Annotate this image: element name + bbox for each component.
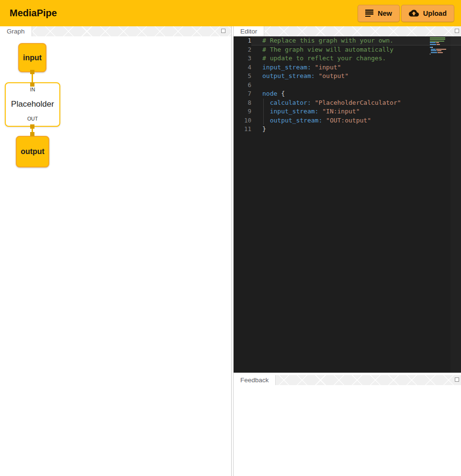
- upload-button-label: Upload: [423, 10, 447, 17]
- editor-tabstrip: Editor: [234, 26, 461, 36]
- popout-icon[interactable]: [455, 377, 459, 382]
- graph-node-placeholder[interactable]: IN Placeholder OUT: [5, 82, 60, 127]
- line-number: 5: [234, 72, 251, 81]
- code-line[interactable]: 1# Replace this graph with your own.: [234, 36, 461, 45]
- in-port-label: IN: [6, 87, 59, 92]
- code-lines[interactable]: 1# Replace this graph with your own.2# T…: [234, 36, 461, 134]
- line-number: 2: [234, 45, 251, 55]
- upload-icon: [409, 8, 419, 18]
- indent-guide: [263, 116, 264, 125]
- header-buttons: New Upload: [358, 5, 454, 22]
- tab-graph[interactable]: Graph: [0, 26, 32, 36]
- code-line[interactable]: 10 output_stream: "OUT:output": [234, 116, 461, 125]
- editor-panel: Editor 1# Replace this graph with your o…: [234, 26, 461, 373]
- code-line[interactable]: 6: [234, 81, 461, 90]
- minimap[interactable]: [430, 37, 449, 55]
- popout-icon[interactable]: [221, 29, 225, 33]
- line-number: 8: [234, 99, 251, 108]
- tab-editor[interactable]: Editor: [234, 26, 264, 36]
- tab-editor-label: Editor: [240, 28, 257, 35]
- indent-guide: [263, 107, 264, 116]
- graph-node-output-label: output: [21, 147, 45, 156]
- indent-guide: [263, 99, 264, 108]
- line-number: 10: [234, 116, 251, 125]
- line-number: 4: [234, 63, 251, 72]
- main-area: Graph input IN Placeholder OUT output: [0, 26, 461, 476]
- line-number: 6: [234, 81, 251, 90]
- code-editor[interactable]: 1# Replace this graph with your own.2# T…: [234, 36, 461, 373]
- graph-canvas[interactable]: input IN Placeholder OUT output: [0, 36, 231, 476]
- tab-feedback[interactable]: Feedback: [234, 375, 276, 385]
- feedback-panel: Feedback: [234, 375, 461, 476]
- app-header: MediaPipe New Upload: [0, 0, 461, 26]
- editor-scrollbar[interactable]: [450, 36, 461, 373]
- graph-tabstrip: Graph: [0, 26, 231, 36]
- code-line[interactable]: 4input_stream: "input": [234, 63, 461, 72]
- feedback-body: [234, 385, 461, 476]
- tab-graph-label: Graph: [7, 28, 25, 35]
- graph-panel: Graph input IN Placeholder OUT output: [0, 26, 232, 476]
- code-line[interactable]: 8 calculator: "PlaceholderCalculator": [234, 99, 461, 108]
- line-number: 9: [234, 107, 251, 116]
- code-line[interactable]: 7node {: [234, 89, 461, 99]
- feedback-tabstrip: Feedback: [234, 375, 461, 385]
- port-connector[interactable]: [30, 82, 34, 87]
- upload-button[interactable]: Upload: [401, 5, 454, 22]
- line-number: 11: [234, 125, 251, 134]
- code-line[interactable]: 2# The graph view will automatically: [234, 45, 461, 55]
- tab-feedback-label: Feedback: [240, 376, 269, 384]
- code-line[interactable]: 9 input_stream: "IN:input": [234, 107, 461, 116]
- graph-node-input[interactable]: input: [18, 43, 46, 72]
- out-port-label: OUT: [6, 116, 59, 122]
- port-connector[interactable]: [30, 124, 34, 129]
- graph-node-output[interactable]: output: [16, 136, 49, 167]
- right-column: Editor 1# Replace this graph with your o…: [233, 26, 461, 476]
- code-line[interactable]: 5output_stream: "output": [234, 72, 461, 81]
- new-button[interactable]: New: [358, 5, 400, 22]
- line-number: 7: [234, 89, 251, 99]
- graph-node-input-label: input: [23, 54, 42, 62]
- new-button-label: New: [378, 10, 392, 17]
- code-line[interactable]: 11}: [234, 125, 461, 134]
- popout-icon[interactable]: [455, 29, 459, 33]
- app-title: MediaPipe: [7, 8, 57, 19]
- line-number: 3: [234, 54, 251, 63]
- code-line[interactable]: 3# update to reflect your changes.: [234, 54, 461, 63]
- new-icon: [365, 10, 373, 17]
- line-number: 1: [234, 36, 251, 45]
- port-connector[interactable]: [30, 70, 34, 74]
- placeholder-node-title: Placeholder: [6, 99, 59, 109]
- port-connector[interactable]: [30, 132, 34, 136]
